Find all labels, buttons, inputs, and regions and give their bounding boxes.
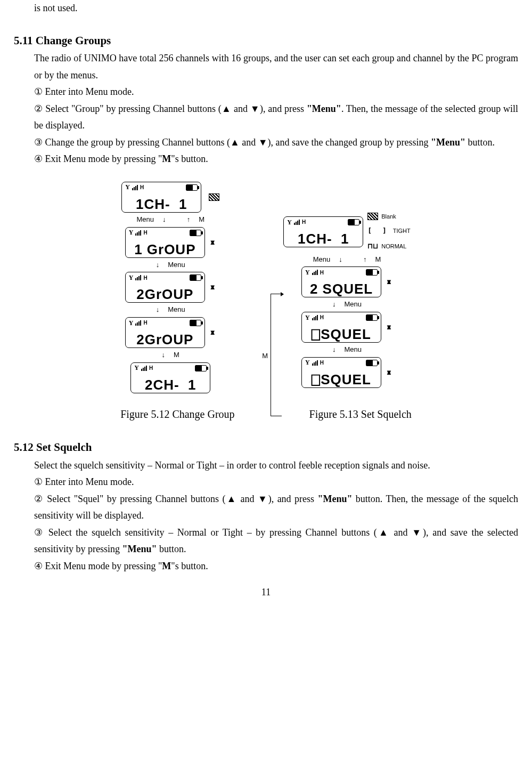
flow-arrow: ↓M: [162, 349, 179, 361]
step-5-11-1: ① Enter into Menu mode.: [14, 84, 518, 101]
flow-arrow: ↓Menu: [156, 304, 185, 316]
antenna-icon: Y: [125, 182, 130, 193]
text: ④ Exit Menu mode by pressing ": [34, 561, 162, 571]
menu-bold: "Menu": [317, 494, 352, 504]
h-icon: H: [140, 183, 144, 192]
text: button.: [157, 544, 186, 554]
lcd-screen: YH 2GrOUP: [125, 317, 205, 348]
flow-arrow: ↓Menu: [156, 259, 185, 271]
step-5-11-4: ④ Exit Menu mode by pressing "M"s button…: [14, 151, 518, 168]
heading-5-11: 5.11 Change Groups: [14, 31, 518, 51]
flow-arrow: Menu↓ ↑M: [313, 254, 381, 266]
orphan-line: is not used.: [14, 0, 518, 17]
menu-bold: "Menu": [431, 137, 465, 148]
battery-icon: [186, 184, 198, 191]
lcd-text: 1CH- 1: [125, 197, 198, 211]
normal-icon: ⊓⊔: [367, 240, 378, 253]
flow-arrow: Menu↓ ↑M: [136, 214, 204, 226]
flow-arrow: ↓Menu: [332, 298, 362, 311]
loop-arrow-icon: [271, 294, 282, 416]
step-5-11-3: ③ Change the group by pressing Channel b…: [14, 134, 518, 151]
blank-hatch-icon: [209, 193, 219, 201]
lcd-screen: YH 2CH- 1: [130, 362, 210, 393]
lcd-screen: YH 1CH- 1: [283, 216, 363, 247]
text: ② Select "Group" by pressing Channel but…: [34, 103, 307, 114]
lcd-text: 2CH- 1: [134, 378, 207, 392]
intro-5-12: Select the squelch sensitivity – Normal …: [14, 457, 518, 474]
lcd-screen: YH ⎕SQUEL: [301, 312, 381, 343]
caption-right: Figure 5.13 Set Squelch: [309, 405, 412, 424]
text: button.: [465, 137, 495, 148]
flow-arrow: ↓Menu: [332, 344, 362, 356]
m-bold: M: [162, 153, 171, 164]
m-label: M: [262, 350, 268, 362]
text: ② Select "Squel" by pressing Channel but…: [34, 494, 317, 504]
m-bold: M: [162, 561, 171, 571]
figure-5-12: YH 1CH- 1 Menu↓ ↑M YH 1 GrOUP ▲▼ ↓Menu Y…: [121, 182, 219, 393]
text: ③ Select the squelch sensitivity – Norma…: [34, 527, 518, 555]
blank-hatch-icon: [367, 213, 378, 220]
lcd-screen: YH 2 SQUEL: [301, 266, 381, 297]
step-5-11-2: ② Select "Group" by pressing Channel but…: [14, 101, 518, 134]
lcd-text: 1 GrOUP: [129, 242, 201, 256]
menu-bold: "Menu": [307, 103, 341, 114]
lcd-text: 2 SQUEL: [305, 282, 378, 296]
caption-row: Figure 5.12 Change Group Figure 5.13 Set…: [14, 405, 518, 424]
lcd-screen: YH ⎕SQUEL: [301, 357, 381, 388]
text: "s button.: [171, 153, 208, 164]
lcd-screen: YH 2GrOUP: [125, 272, 205, 303]
lcd-screen: YH 1CH- 1: [121, 182, 201, 213]
step-5-12-3: ③ Select the squelch sensitivity – Norma…: [14, 524, 518, 558]
step-5-12-2: ② Select "Squel" by pressing Channel but…: [14, 491, 518, 524]
text: ③ Change the group by pressing Channel b…: [34, 137, 431, 148]
menu-bold: "Menu": [122, 544, 157, 554]
lcd-text: ⎕SQUEL: [305, 327, 378, 341]
text: "s button.: [171, 561, 208, 571]
figure-5-13: M YH 1CH- 1 Blank [ ]TIGHT ⊓⊔NORMAL Menu…: [283, 212, 410, 393]
lcd-text: 2GrOUP: [129, 287, 201, 301]
page-number: 11: [14, 584, 518, 601]
lcd-text: 2GrOUP: [129, 333, 201, 346]
lcd-screen: YH 1 GrOUP: [125, 227, 205, 258]
text: ④ Exit Menu mode by pressing ": [34, 153, 162, 164]
intro-5-11: The radio of UNIMO have total 256 channe…: [14, 50, 518, 84]
tight-icon: [ ]: [367, 225, 389, 237]
lcd-text: ⎕SQUEL: [305, 373, 378, 386]
step-5-12-4: ④ Exit Menu mode by pressing "M"s button…: [14, 558, 518, 575]
signal-icon: [132, 185, 138, 190]
heading-5-12: 5.12 Set Squelch: [14, 438, 518, 457]
caption-left: Figure 5.12 Change Group: [120, 405, 234, 424]
legend: Blank [ ]TIGHT ⊓⊔NORMAL: [367, 212, 410, 253]
figures-row: YH 1CH- 1 Menu↓ ↑M YH 1 GrOUP ▲▼ ↓Menu Y…: [14, 182, 518, 393]
step-5-12-1: ① Enter into Menu mode.: [14, 474, 518, 491]
lcd-text: 1CH- 1: [287, 232, 359, 246]
